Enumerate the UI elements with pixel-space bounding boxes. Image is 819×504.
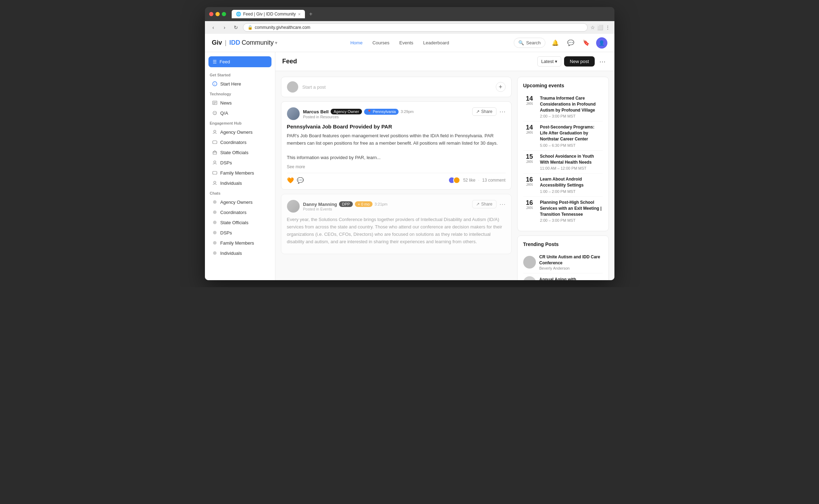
post-header-1: Marcus Bell Agency Owner 📍 Pennsylvania … — [287, 107, 506, 120]
chat-family-members-label: Family Members — [220, 240, 254, 246]
comment-button-1[interactable]: 💬 — [297, 177, 304, 184]
svg-text:i: i — [214, 82, 215, 86]
logo-chevron-icon[interactable]: ▾ — [275, 40, 277, 45]
agency-owners-icon — [212, 129, 218, 135]
flag-icon: 📍 — [367, 109, 372, 114]
feed-nav-button[interactable]: ☰ Feed — [208, 56, 271, 67]
event-title-1[interactable]: Trauma Informed Care Considerations in P… — [540, 95, 603, 113]
sidebar-item-family-members[interactable]: Family Members — [207, 168, 273, 178]
sidebar-item-dsps[interactable]: DSPs — [207, 158, 273, 168]
post-share-button-1[interactable]: ↗ Share — [472, 107, 496, 116]
svg-point-12 — [214, 161, 216, 163]
event-title-4[interactable]: Learn About Android Accessibility Settin… — [540, 176, 603, 188]
forward-button[interactable]: › — [220, 23, 229, 32]
address-bar[interactable]: 🔒 community.givhealthcare.com — [243, 23, 588, 32]
search-button[interactable]: 🔍 Search — [514, 38, 545, 48]
family-members-label: Family Members — [220, 170, 254, 176]
post-footer-1: 🧡 💬 52 like · — [287, 173, 506, 184]
composer-input[interactable]: Start a post — [302, 84, 492, 90]
sidebar-chat-agency-owners[interactable]: Agency Owners — [207, 197, 273, 207]
post-more-button-2[interactable]: ⋯ — [499, 200, 506, 208]
post-see-more-1[interactable]: See more — [287, 164, 506, 169]
menu-icon[interactable]: ⋮ — [605, 25, 610, 30]
feed-header: Feed Latest ▾ New post ⋯ — [275, 52, 614, 71]
extensions-icon[interactable]: ⬜ — [597, 25, 603, 30]
user-avatar[interactable]: 👤 — [596, 37, 607, 49]
post-more-button-1[interactable]: ⋯ — [499, 108, 506, 115]
family-members-icon — [212, 170, 218, 176]
dsps-icon — [212, 160, 218, 165]
event-time-1: 2:00 – 3:00 PM MST — [540, 114, 603, 118]
tab-close-button[interactable]: ✕ — [298, 12, 301, 16]
dsps-label: DSPs — [220, 160, 232, 165]
svg-marker-11 — [213, 151, 217, 152]
list-item: 16 JAN Learn About Android Accessibility… — [523, 174, 603, 197]
bookmarks-button[interactable]: 🔖 — [581, 37, 592, 49]
nav-link-home[interactable]: Home — [346, 38, 367, 48]
chat-dot-icon-2 — [212, 209, 218, 215]
new-post-button[interactable]: New post — [564, 56, 594, 67]
messages-button[interactable]: 💬 — [565, 37, 576, 49]
post-location-1: Posted in Resources — [303, 115, 414, 119]
event-info-5: Planning Post-High School Services with … — [540, 200, 603, 222]
sidebar-chat-individuals[interactable]: Individuals — [207, 248, 273, 258]
event-title-3[interactable]: School Avoidance in Youth With Mental He… — [540, 153, 603, 165]
main-layout: ☰ Feed Get Started i Start Here Technolo… — [205, 52, 614, 280]
back-button[interactable]: ‹ — [209, 23, 218, 32]
minimize-dot[interactable] — [215, 12, 220, 16]
notifications-button[interactable]: 🔔 — [550, 37, 561, 49]
get-started-section-title: Get Started — [205, 70, 275, 78]
post-badge-state-1: 📍 Pennsylvania — [364, 109, 399, 115]
sidebar-chat-family-members[interactable]: Family Members — [207, 238, 273, 248]
event-title-2[interactable]: Post-Secondary Programs: Life After Grad… — [540, 124, 603, 142]
sidebar-chat-dsps[interactable]: DSPs — [207, 228, 273, 238]
feed-content: Start a post + Marcus Bell — [275, 71, 614, 280]
chat-state-officials-label: State Officials — [220, 220, 249, 225]
sidebar-item-news[interactable]: News — [207, 98, 273, 108]
news-label: News — [220, 100, 232, 106]
close-dot[interactable] — [209, 12, 213, 16]
heart-reaction[interactable]: 🧡 — [287, 177, 294, 184]
event-time-3: 11:00 AM – 12:00 PM MST — [540, 166, 603, 170]
svg-rect-9 — [213, 141, 217, 144]
chats-section-title: Chats — [205, 188, 275, 197]
nav-link-leaderboard[interactable]: Leaderboard — [419, 38, 454, 48]
new-tab-button[interactable]: + — [309, 11, 312, 17]
post-author-details-1: Marcus Bell Agency Owner 📍 Pennsylvania … — [303, 109, 414, 119]
post-author-avatar-2 — [287, 200, 300, 213]
bookmark-icon[interactable]: ☆ — [590, 25, 595, 30]
sidebar-item-individuals[interactable]: Individuals — [207, 178, 273, 188]
sidebar-item-agency-owners[interactable]: Agency Owners — [207, 127, 273, 137]
sidebar-item-state-officials[interactable]: State Officials — [207, 147, 273, 157]
post-reactions-1: 🧡 💬 — [287, 177, 304, 184]
chat-individuals-label: Individuals — [220, 251, 242, 256]
composer-avatar — [287, 81, 298, 93]
state-officials-label: State Officials — [220, 150, 249, 155]
sidebar-item-coordinators[interactable]: Coordinators — [207, 137, 273, 147]
composer-add-button[interactable]: + — [496, 82, 506, 92]
post-share-button-2[interactable]: ↗ Share — [472, 200, 496, 208]
browser-tab[interactable]: 🌐 Feed | Giv | IDD Community ✕ — [232, 10, 305, 18]
maximize-dot[interactable] — [222, 12, 226, 16]
sidebar-chat-coordinators[interactable]: Coordinators — [207, 207, 273, 217]
nav-link-courses[interactable]: Courses — [368, 38, 394, 48]
event-info-3: School Avoidance in Youth With Mental He… — [540, 153, 603, 171]
post-actions-1: ↗ Share ⋯ — [472, 107, 505, 116]
feed-more-button[interactable]: ⋯ — [598, 57, 607, 67]
nav-link-events[interactable]: Events — [395, 38, 418, 48]
sidebar-item-qa[interactable]: ? Q/A — [207, 108, 273, 118]
sidebar: ☰ Feed Get Started i Start Here Technolo… — [205, 52, 275, 280]
sidebar-item-start-here[interactable]: i Start Here — [207, 79, 273, 89]
reload-button[interactable]: ↻ — [232, 23, 240, 32]
post-body-1: PAR's Job Board features open management… — [287, 132, 506, 162]
sidebar-chat-state-officials[interactable]: State Officials — [207, 218, 273, 227]
svg-point-14 — [214, 181, 216, 183]
post-author-name-1: Marcus Bell — [303, 109, 329, 114]
post-actions-2: ↗ Share ⋯ — [472, 200, 505, 208]
trending-title-1[interactable]: CR Unite Autism and IDD Care Conference — [539, 254, 603, 266]
event-title-5[interactable]: Planning Post-High School Services with … — [540, 200, 603, 217]
latest-filter-button[interactable]: Latest ▾ — [537, 56, 561, 67]
trending-avatar-2 — [523, 276, 536, 280]
trending-title-2[interactable]: Annual Aging with Developmental Disabili… — [539, 277, 603, 280]
event-time-2: 5:00 – 6:30 PM MST — [540, 143, 603, 147]
